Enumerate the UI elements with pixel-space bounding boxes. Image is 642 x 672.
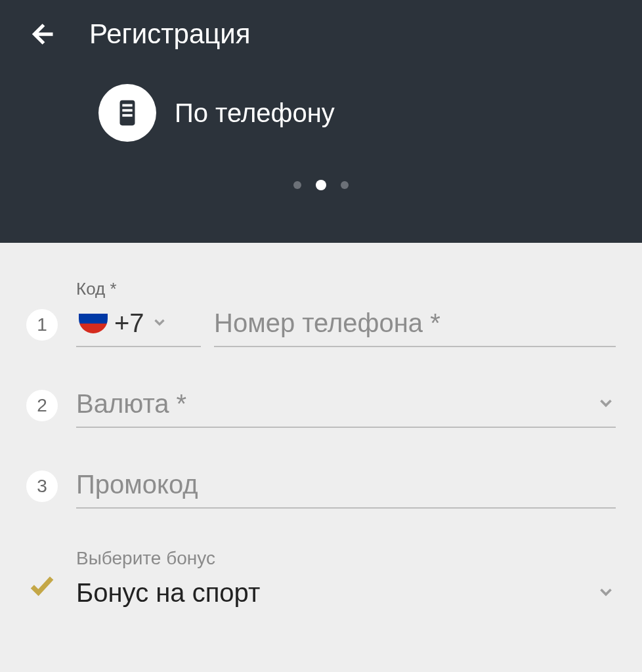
code-label: Код *	[76, 279, 201, 299]
country-code-field: Код * +7	[76, 279, 201, 347]
country-code-select[interactable]: +7	[76, 306, 201, 347]
method-label: По телефону	[175, 98, 335, 128]
chevron-down-icon	[151, 314, 168, 333]
registration-form: 1 Код * +7 2 Валюта * 3	[0, 243, 642, 608]
svg-rect-3	[122, 114, 132, 117]
phone-field-group: Код * +7	[76, 279, 616, 347]
arrow-left-icon	[28, 20, 55, 48]
pager-dot[interactable]	[341, 181, 349, 189]
svg-rect-0	[120, 100, 135, 125]
bonus-select[interactable]: Бонус на спорт	[76, 578, 616, 608]
back-button[interactable]	[26, 19, 56, 49]
currency-select[interactable]: Валюта *	[76, 387, 616, 428]
bonus-label: Выберите бонус	[76, 548, 616, 569]
step-check-icon	[26, 570, 58, 601]
registration-method[interactable]: По телефону	[0, 50, 642, 142]
step-badge-2: 2	[26, 390, 58, 421]
svg-rect-1	[122, 104, 132, 107]
step-2-row: 2 Валюта *	[26, 387, 616, 428]
phone-number-input[interactable]	[214, 306, 616, 347]
step-3-row: 3	[26, 467, 616, 509]
bonus-field: Выберите бонус Бонус на спорт	[76, 548, 616, 608]
promo-code-input[interactable]	[76, 467, 616, 509]
bonus-row: Выберите бонус Бонус на спорт	[26, 548, 616, 608]
chevron-down-icon	[596, 582, 616, 604]
step-1-row: 1 Код * +7	[26, 279, 616, 347]
flag-russia-icon	[79, 314, 108, 333]
country-code-value: +7	[114, 308, 144, 338]
phone-method-icon	[98, 84, 156, 142]
page-title: Регистрация	[89, 18, 251, 50]
currency-placeholder: Валюта *	[76, 389, 186, 419]
chevron-down-icon	[596, 393, 616, 415]
pager-dot-active[interactable]	[316, 180, 326, 190]
pager-dots[interactable]	[0, 181, 642, 190]
header: Регистрация По телефону	[0, 0, 642, 243]
step-badge-1: 1	[26, 309, 58, 341]
pager-dot[interactable]	[293, 181, 301, 189]
step-badge-3: 3	[26, 471, 58, 502]
bonus-value: Бонус на спорт	[76, 578, 260, 608]
title-row: Регистрация	[0, 0, 642, 50]
svg-rect-2	[122, 109, 132, 112]
